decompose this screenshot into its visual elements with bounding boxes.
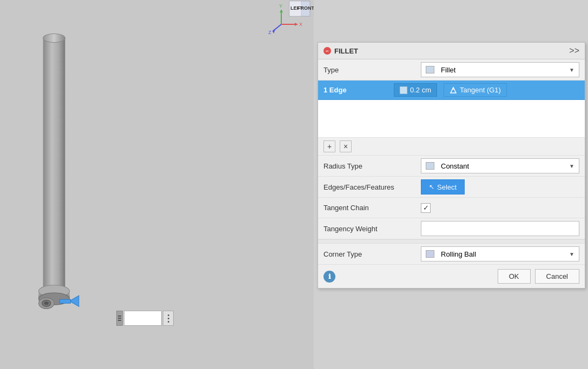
axis-indicator: LEFT FRONT X Y Z xyxy=(265,0,314,35)
svg-line-8 xyxy=(273,24,281,31)
edge-value-text: 0.2 cm xyxy=(410,86,431,94)
edge-tangent-button[interactable]: Tangent (G1) xyxy=(444,83,507,97)
edges-faces-row: Edges/Faces/Features ↖ Select xyxy=(318,177,585,198)
svg-rect-23 xyxy=(60,299,70,303)
cursor-icon: ↖ xyxy=(429,183,434,191)
svg-rect-13 xyxy=(43,38,65,297)
type-value: Fillet xyxy=(441,66,455,74)
tangent-chain-checkbox[interactable] xyxy=(421,203,431,213)
panel-close-icon[interactable]: − xyxy=(323,47,331,55)
corner-type-dropdown[interactable]: Rolling Ball ▼ xyxy=(421,246,579,261)
edge-value-button[interactable]: 0.2 cm xyxy=(394,83,437,97)
radius-type-arrow: ▼ xyxy=(569,163,574,169)
corner-type-value: Rolling Ball xyxy=(441,250,476,258)
panel-separator xyxy=(318,239,585,244)
footer-buttons: OK Cancel xyxy=(498,269,579,284)
svg-text:FRONT: FRONT xyxy=(298,5,314,11)
radius-type-value: Constant xyxy=(441,162,469,170)
panel-expand-button[interactable]: >> xyxy=(569,46,579,56)
edge-row: 1 Edge 0.2 cm Tangent (G1) xyxy=(318,80,585,100)
info-icon: ℹ xyxy=(328,273,331,280)
edge-count-label: 1 Edge xyxy=(323,86,394,94)
edges-area xyxy=(318,100,585,138)
svg-marker-5 xyxy=(295,23,298,26)
edge-value-icon xyxy=(400,86,407,94)
svg-point-21 xyxy=(44,301,49,305)
ok-button[interactable]: OK xyxy=(498,269,531,284)
fillet-icon xyxy=(426,66,434,73)
more-options-button[interactable] xyxy=(163,311,174,326)
panel-title: FILLET xyxy=(334,47,358,55)
radius-icon xyxy=(426,162,434,170)
add-edge-button[interactable]: + xyxy=(323,140,335,152)
viewport: LEFT FRONT X Y Z xyxy=(0,0,314,369)
corner-type-row: Corner Type Rolling Ball ▼ xyxy=(318,244,585,265)
input-toolbar: 0.2 xyxy=(116,311,174,326)
radius-type-dropdown[interactable]: Constant ▼ xyxy=(421,158,579,173)
tangent-chain-row: Tangent Chain xyxy=(318,198,585,218)
tangent-text: Tangent (G1) xyxy=(460,86,501,94)
panel-footer: ℹ OK Cancel xyxy=(318,265,585,288)
edges-faces-label: Edges/Faces/Features xyxy=(323,183,421,191)
info-button[interactable]: ℹ xyxy=(323,271,335,283)
svg-point-14 xyxy=(43,33,65,42)
drag-handle[interactable] xyxy=(116,311,123,326)
tangent-chain-label: Tangent Chain xyxy=(323,204,421,212)
tangent-icon xyxy=(450,86,457,94)
tangency-weight-label: Tangency Weight xyxy=(323,225,421,233)
remove-edge-button[interactable]: × xyxy=(340,140,352,152)
radius-type-row: Radius Type Constant ▼ xyxy=(318,156,585,177)
svg-text:Y: Y xyxy=(279,3,282,9)
type-row: Type Fillet ▼ xyxy=(318,59,585,80)
edges-add-row: + × xyxy=(318,138,585,156)
svg-text:Z: Z xyxy=(268,30,272,35)
cancel-button[interactable]: Cancel xyxy=(535,269,579,284)
model-area xyxy=(11,22,97,324)
corner-type-arrow: ▼ xyxy=(569,251,574,257)
select-button[interactable]: ↖ Select xyxy=(421,179,465,194)
fillet-panel: − FILLET >> Type Fillet ▼ 1 Edge 0.2 cm xyxy=(318,42,585,289)
value-input[interactable]: 0.2 xyxy=(124,311,162,326)
tangency-weight-row: Tangency Weight 1.00 xyxy=(318,218,585,239)
type-label: Type xyxy=(323,66,421,74)
select-button-label: Select xyxy=(437,183,457,191)
type-dropdown-arrow: ▼ xyxy=(569,67,574,73)
svg-text:X: X xyxy=(299,22,302,27)
svg-marker-22 xyxy=(70,296,79,306)
radius-type-label: Radius Type xyxy=(323,162,421,170)
corner-icon xyxy=(426,250,434,258)
svg-marker-7 xyxy=(280,10,283,12)
corner-type-label: Corner Type xyxy=(323,250,421,258)
type-dropdown[interactable]: Fillet ▼ xyxy=(421,62,579,77)
panel-header: − FILLET >> xyxy=(318,43,585,59)
tangency-weight-input[interactable]: 1.00 xyxy=(421,221,579,236)
